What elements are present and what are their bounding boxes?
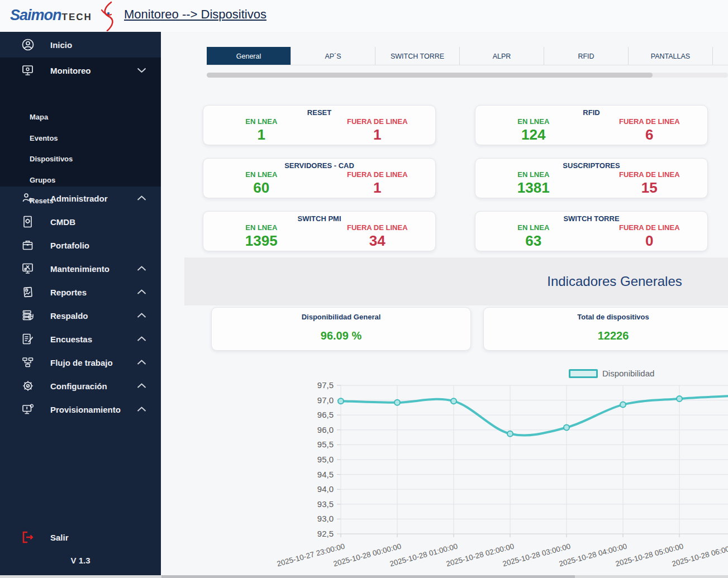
admin-user-gear-icon bbox=[21, 192, 35, 205]
chevron-up-icon[interactable] bbox=[137, 336, 146, 342]
tab-pantallas[interactable]: PANTALLAS bbox=[629, 47, 713, 65]
chevron-up-icon[interactable] bbox=[137, 266, 146, 271]
offline-value: 34 bbox=[320, 232, 436, 250]
online-label: EN LNEA bbox=[475, 223, 592, 232]
sidebar-item-cmdb[interactable]: CMDB bbox=[0, 210, 161, 233]
chevron-up-icon[interactable] bbox=[137, 383, 146, 389]
sidebar-subitem-grupos[interactable]: Grupos bbox=[0, 173, 161, 187]
offline-value: 1 bbox=[320, 179, 436, 197]
status-card-rfid: RFID EN LNEA124 FUERA DE LINEA6 bbox=[475, 105, 708, 145]
offline-value: 0 bbox=[592, 232, 708, 250]
tab-general[interactable]: General bbox=[207, 47, 291, 65]
file-gear-icon bbox=[21, 215, 35, 228]
chevron-up-icon[interactable] bbox=[137, 360, 146, 365]
sidebar-item-encuestas[interactable]: Encuestas bbox=[0, 327, 161, 351]
sidebar-item-label: CMDB bbox=[50, 217, 75, 227]
logout-label: Salir bbox=[50, 533, 69, 542]
sidebar: Inicio Monitoreo Mapa Eventos Dispositiv… bbox=[0, 32, 161, 578]
svg-text:96,5: 96,5 bbox=[317, 410, 334, 419]
sidebar-item-configuracion[interactable]: Configuración bbox=[0, 374, 161, 398]
svg-text:97,0: 97,0 bbox=[317, 395, 334, 405]
saimontech-logo: SaimonTECH bbox=[10, 7, 92, 24]
sidebar-item-label: Mantenimiento bbox=[50, 264, 110, 274]
online-value: 1381 bbox=[475, 179, 592, 197]
chevron-up-icon[interactable] bbox=[137, 289, 146, 295]
chevron-down-icon[interactable] bbox=[137, 68, 146, 73]
tab-rfid[interactable]: RFID bbox=[544, 47, 629, 65]
offline-label: FUERA DE LINEA bbox=[592, 223, 708, 232]
page-title: Monitoreo --> Dispositivos bbox=[124, 7, 267, 22]
sidebar-item-respaldo[interactable]: Respaldo bbox=[0, 304, 161, 327]
online-value: 63 bbox=[475, 232, 592, 250]
indicator-card-disponibilidad: Disponibilidad General 96.09 % bbox=[211, 307, 471, 351]
chevron-up-icon[interactable] bbox=[137, 313, 146, 318]
card-title: SERVIDORES - CAD bbox=[203, 161, 435, 170]
sidebar-subitem-label: Eventos bbox=[30, 134, 58, 142]
online-value: 1395 bbox=[203, 232, 320, 250]
offline-label: FUERA DE LINEA bbox=[320, 117, 436, 126]
offline-label: FUERA DE LINEA bbox=[320, 170, 436, 179]
chevron-up-icon[interactable] bbox=[137, 407, 146, 412]
tab-aps[interactable]: AP´S bbox=[291, 47, 375, 65]
sidebar-item-administrador[interactable]: Administrador bbox=[0, 187, 161, 210]
offline-label: FUERA DE LINEA bbox=[592, 170, 708, 179]
sidebar-item-label: Portafolio bbox=[50, 241, 89, 250]
indicator-title: Disponibilidad General bbox=[212, 313, 470, 321]
survey-clipboard-icon bbox=[21, 332, 35, 346]
offline-label: FUERA DE LINEA bbox=[320, 223, 436, 232]
sidebar-subitem-label: Mapa bbox=[30, 113, 48, 121]
version-label: V 1.3 bbox=[0, 556, 161, 565]
status-card-reset: RESET EN LNEA1 FUERA DE LINEA1 bbox=[203, 105, 436, 145]
sidebar-subitem-mapa[interactable]: Mapa bbox=[0, 109, 161, 124]
gear-icon bbox=[21, 379, 35, 393]
indicators-section-band: Indicadores Generales bbox=[184, 257, 728, 305]
sidebar-subitem-eventos[interactable]: Eventos bbox=[0, 131, 161, 145]
device-tabs: General AP´S SWITCH TORRE ALPR RFID PANT… bbox=[207, 47, 713, 65]
tab-alpr[interactable]: ALPR bbox=[460, 47, 544, 65]
logo-text-tech: TECH bbox=[62, 12, 92, 23]
sidebar-item-inicio[interactable]: Inicio bbox=[0, 32, 161, 58]
logout-button[interactable]: Salir bbox=[0, 525, 161, 550]
page-hscrollbar-thumb[interactable] bbox=[161, 575, 575, 578]
backup-server-icon bbox=[21, 309, 35, 322]
sidebar-item-mantenimiento[interactable]: Mantenimiento bbox=[0, 257, 161, 280]
offline-value: 15 bbox=[592, 179, 708, 197]
sidebar-item-provisionamiento[interactable]: Provisionamiento bbox=[0, 398, 161, 421]
svg-text:96,0: 96,0 bbox=[317, 425, 334, 434]
sidebar-item-label: Administrador bbox=[50, 194, 108, 203]
logo-text-saimon: Saimon bbox=[10, 7, 61, 24]
sidebar-item-flujo-de-trabajo[interactable]: Flujo de trabajo bbox=[0, 351, 161, 374]
card-title: SWITCH PMI bbox=[203, 214, 435, 223]
status-card-servidores-cad: SERVIDORES - CAD EN LNEA60 FUERA DE LINE… bbox=[203, 158, 436, 198]
sidebar-item-reportes[interactable]: Reportes bbox=[0, 280, 161, 304]
svg-text:93,5: 93,5 bbox=[317, 499, 334, 509]
online-label: EN LNEA bbox=[475, 117, 592, 126]
sidebar-item-label: Encuestas bbox=[50, 335, 92, 344]
indicator-value: 96.09 % bbox=[212, 329, 470, 342]
sidebar-item-label: Configuración bbox=[50, 381, 107, 391]
svg-text:95,5: 95,5 bbox=[317, 440, 334, 449]
tab-switch-torre[interactable]: SWITCH TORRE bbox=[375, 47, 460, 65]
offline-value: 1 bbox=[320, 126, 436, 144]
status-card-switch-torre: SWITCH TORRE EN LNEA63 FUERA DE LINEA0 bbox=[475, 211, 708, 251]
monitor-gear-icon bbox=[21, 403, 35, 416]
indicator-title: Total de dispositivos bbox=[484, 313, 728, 321]
sidebar-item-monitoreo[interactable]: Monitoreo bbox=[0, 58, 161, 83]
user-icon bbox=[21, 38, 35, 51]
svg-text:94,0: 94,0 bbox=[317, 484, 334, 494]
svg-text:94,5: 94,5 bbox=[317, 470, 334, 479]
chevron-up-icon[interactable] bbox=[137, 195, 146, 201]
sidebar-item-portafolio[interactable]: Portafolio bbox=[0, 233, 161, 257]
sidebar-group-monitoreo: Monitoreo Mapa Eventos Dispositivos Grup… bbox=[0, 58, 161, 187]
svg-text:92,5: 92,5 bbox=[317, 529, 334, 538]
sidebar-item-label: Provisionamiento bbox=[50, 405, 121, 414]
card-title: RESET bbox=[203, 108, 435, 117]
online-label: EN LNEA bbox=[203, 117, 320, 126]
tabs-scrollbar-thumb[interactable] bbox=[207, 73, 653, 78]
online-value: 124 bbox=[475, 126, 592, 144]
offline-label: FUERA DE LINEA bbox=[592, 117, 708, 126]
sidebar-subitem-dispositivos[interactable]: Dispositivos bbox=[0, 151, 161, 166]
maintenance-tools-icon bbox=[21, 262, 35, 275]
sidebar-item-label: Reportes bbox=[50, 288, 87, 297]
online-value: 1 bbox=[203, 126, 320, 144]
